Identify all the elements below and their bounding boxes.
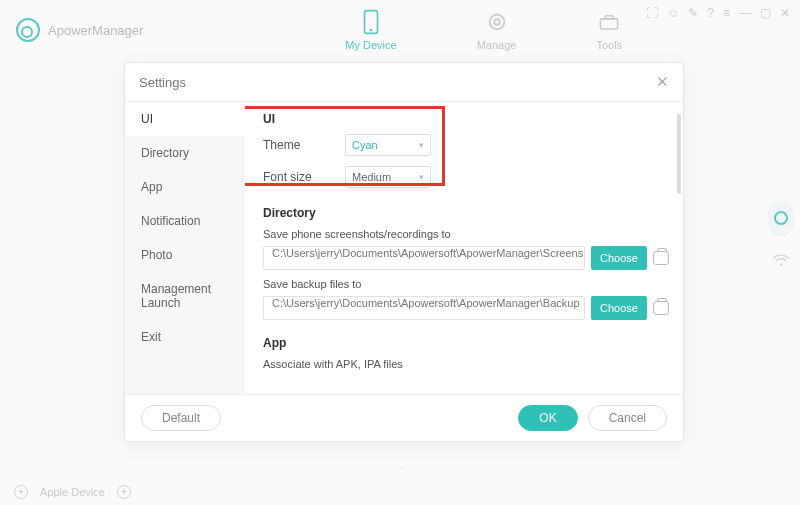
wifi-icon[interactable] <box>772 254 790 268</box>
maximize-icon[interactable]: ▢ <box>760 6 771 20</box>
associate-files-label: Associate with APK, IPA files <box>263 358 669 370</box>
add-device-icon[interactable]: + <box>14 485 28 499</box>
sidebar-item-app[interactable]: App <box>125 170 245 204</box>
sidebar-item-management-launch[interactable]: Management Launch <box>125 272 245 320</box>
backup-path-label: Save backup files to <box>263 278 669 290</box>
user-icon[interactable]: ☺ <box>667 6 679 20</box>
nav-manage[interactable]: Manage <box>477 9 517 51</box>
feedback-icon[interactable]: ✎ <box>688 6 698 20</box>
sidebar-item-photo[interactable]: Photo <box>125 238 245 272</box>
window-controls: ⛶ ☺ ✎ ? ≡ — ▢ ✕ <box>646 6 790 20</box>
close-window-icon[interactable]: ✕ <box>780 6 790 20</box>
svg-point-2 <box>489 15 504 30</box>
connect-phone-icon[interactable] <box>768 200 794 236</box>
screenshots-path-input[interactable]: C:\Users\jerry\Documents\Apowersoft\Apow… <box>263 246 585 270</box>
nav-my-device[interactable]: My Device <box>345 9 396 51</box>
menu-icon[interactable]: ≡ <box>723 6 730 20</box>
status-bar: + Apple Device + <box>14 485 131 499</box>
directory-heading: Directory <box>263 206 669 220</box>
side-dock <box>768 200 794 268</box>
sidebar-item-notification[interactable]: Notification <box>125 204 245 238</box>
nav-tools[interactable]: Tools <box>596 9 622 51</box>
nav-label: My Device <box>345 39 396 51</box>
default-button[interactable]: Default <box>141 405 221 431</box>
toolbox-icon <box>598 9 620 35</box>
settings-sidebar: UI Directory App Notification Photo Mana… <box>125 102 245 394</box>
dialog-title: Settings <box>139 75 186 90</box>
sidebar-item-ui[interactable]: UI <box>125 102 245 136</box>
app-logo: ApowerManager <box>16 18 143 42</box>
sidebar-item-exit[interactable]: Exit <box>125 320 245 354</box>
dialog-header: Settings ✕ <box>125 63 683 102</box>
choose-screenshots-button[interactable]: Choose <box>591 246 647 270</box>
logo-icon <box>16 18 40 42</box>
backup-path-input[interactable]: C:\Users\jerry\Documents\Apowersoft\Apow… <box>263 296 585 320</box>
minimize-icon[interactable]: — <box>739 6 751 20</box>
settings-content: UI Theme Cyan ▾ Font size Medium ▾ Direc… <box>245 102 683 394</box>
ok-button[interactable]: OK <box>518 405 577 431</box>
close-icon[interactable]: ✕ <box>656 73 669 91</box>
screenshots-path-label: Save phone screenshots/recordings to <box>263 228 669 240</box>
svg-point-1 <box>370 29 372 31</box>
phone-icon <box>360 9 382 35</box>
sidebar-item-directory[interactable]: Directory <box>125 136 245 170</box>
svg-rect-4 <box>601 19 618 29</box>
app-heading: App <box>263 336 669 350</box>
cart-icon[interactable]: ⛶ <box>646 6 658 20</box>
help-icon[interactable]: ? <box>707 6 714 20</box>
nav-label: Manage <box>477 39 517 51</box>
nav-label: Tools <box>596 39 622 51</box>
background-text: ⋯ <box>0 462 800 475</box>
cancel-button[interactable]: Cancel <box>588 405 667 431</box>
svg-point-3 <box>494 19 500 25</box>
scrollbar[interactable] <box>677 114 681 194</box>
gear-icon <box>486 9 508 35</box>
settings-dialog: Settings ✕ UI Directory App Notification… <box>124 62 684 442</box>
open-folder-icon[interactable] <box>653 251 669 265</box>
svg-point-6 <box>780 263 783 266</box>
svg-rect-5 <box>605 16 613 19</box>
highlight-box <box>245 106 445 186</box>
choose-backup-button[interactable]: Choose <box>591 296 647 320</box>
app-name: ApowerManager <box>48 23 143 38</box>
device-name: Apple Device <box>40 486 105 498</box>
add-icon[interactable]: + <box>117 485 131 499</box>
open-folder-icon[interactable] <box>653 301 669 315</box>
dialog-footer: Default OK Cancel <box>125 394 683 441</box>
